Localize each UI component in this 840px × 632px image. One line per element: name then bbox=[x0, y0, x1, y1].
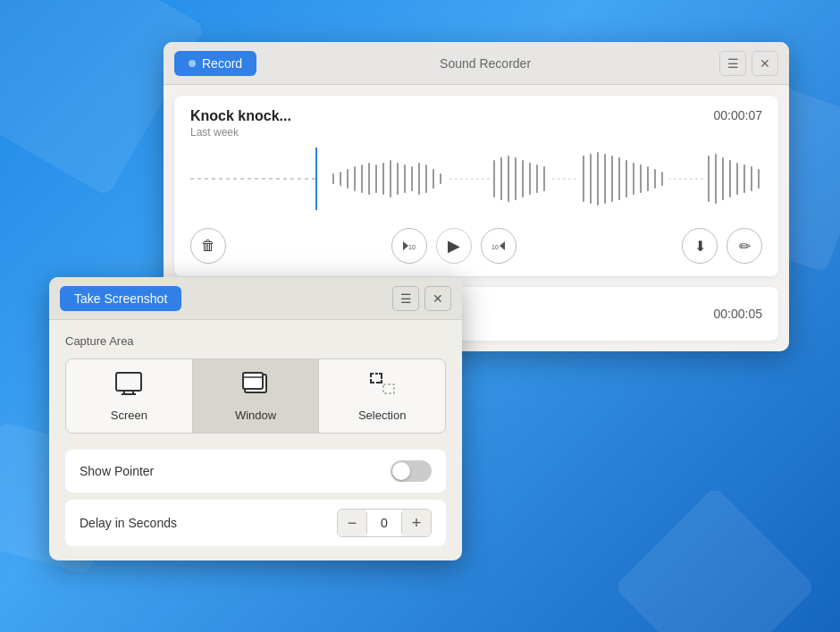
sound-recorder-titlebar: Record Sound Recorder ☰ ✕ bbox=[164, 42, 789, 85]
svg-rect-50 bbox=[116, 373, 141, 391]
delete-btn-wrap: 🗑 bbox=[190, 228, 226, 264]
screen-icon bbox=[115, 372, 142, 401]
capture-options-group: Screen Window bbox=[65, 358, 446, 434]
capture-area-label: Capture Area bbox=[65, 334, 446, 348]
action-controls: ⬇ ✏ bbox=[682, 228, 762, 264]
playback-controls: 10 ▶ 10 bbox=[391, 228, 517, 264]
recording-title: Knock knock... bbox=[190, 108, 291, 124]
delay-controls: − 0 + bbox=[337, 509, 432, 537]
toggle-knob bbox=[392, 462, 410, 480]
recording-header: Knock knock... Last week 00:00:07 bbox=[190, 108, 762, 139]
show-pointer-toggle[interactable] bbox=[391, 460, 432, 482]
record-dot bbox=[189, 60, 196, 67]
delay-value: 0 bbox=[366, 512, 402, 534]
edit-button[interactable]: ✏ bbox=[727, 228, 762, 264]
svg-rect-55 bbox=[243, 373, 263, 389]
show-pointer-row: Show Pointer bbox=[65, 450, 446, 493]
recording-controls: 🗑 10 ▶ 10 ⬇ ✏ bbox=[190, 219, 762, 276]
screenshot-titlebar: Take Screenshot ☰ ✕ bbox=[49, 277, 462, 320]
waveform-svg bbox=[190, 147, 762, 210]
screenshot-close-button[interactable]: ✕ bbox=[424, 286, 451, 311]
waveform-container bbox=[190, 147, 762, 210]
delay-row: Delay in Seconds − 0 + bbox=[65, 500, 446, 546]
svg-rect-58 bbox=[383, 384, 394, 393]
screenshot-window: Take Screenshot ☰ ✕ Capture Area Screen bbox=[49, 277, 462, 560]
record-button-label: Record bbox=[202, 56, 242, 71]
skip-forward-button[interactable]: 10 bbox=[481, 228, 517, 264]
svg-text:10: 10 bbox=[408, 244, 416, 250]
skip-back-button[interactable]: 10 bbox=[391, 228, 427, 264]
svg-rect-57 bbox=[371, 374, 382, 383]
capture-window-option[interactable]: Window bbox=[193, 359, 320, 433]
download-button[interactable]: ⬇ bbox=[682, 228, 718, 264]
sound-recorder-close-button[interactable]: ✕ bbox=[752, 51, 778, 76]
delay-decrease-button[interactable]: − bbox=[338, 510, 366, 536]
waveform-playhead bbox=[315, 147, 317, 210]
capture-area-section: Capture Area Screen bbox=[49, 320, 462, 442]
recording-date: Last week bbox=[190, 126, 291, 139]
delay-increase-button[interactable]: + bbox=[402, 510, 431, 536]
take-screenshot-button[interactable]: Take Screenshot bbox=[60, 286, 181, 311]
record-button[interactable]: Record bbox=[174, 51, 256, 76]
delay-label: Delay in Seconds bbox=[80, 516, 177, 530]
window-option-label: Window bbox=[235, 409, 276, 422]
show-pointer-label: Show Pointer bbox=[80, 464, 154, 478]
screenshot-menu-button[interactable]: ☰ bbox=[392, 286, 419, 311]
recording-duration: 00:00:07 bbox=[714, 108, 763, 122]
recording-info: Knock knock... Last week bbox=[190, 108, 291, 139]
recording2-duration: 00:00:05 bbox=[714, 307, 763, 321]
sound-recorder-menu-button[interactable]: ☰ bbox=[719, 51, 746, 76]
play-button[interactable]: ▶ bbox=[436, 228, 472, 264]
screen-option-label: Screen bbox=[111, 409, 147, 422]
bg-decoration-3 bbox=[614, 486, 816, 632]
capture-selection-option[interactable]: Selection bbox=[319, 359, 445, 433]
sound-recorder-title: Sound Recorder bbox=[256, 56, 714, 71]
selection-option-label: Selection bbox=[358, 409, 406, 422]
capture-screen-option[interactable]: Screen bbox=[66, 359, 193, 433]
selection-icon bbox=[369, 372, 396, 401]
recording-card-1: Knock knock... Last week 00:00:07 bbox=[174, 96, 778, 276]
window-icon bbox=[242, 372, 269, 401]
delete-button[interactable]: 🗑 bbox=[190, 228, 226, 264]
svg-text:10: 10 bbox=[491, 244, 499, 250]
